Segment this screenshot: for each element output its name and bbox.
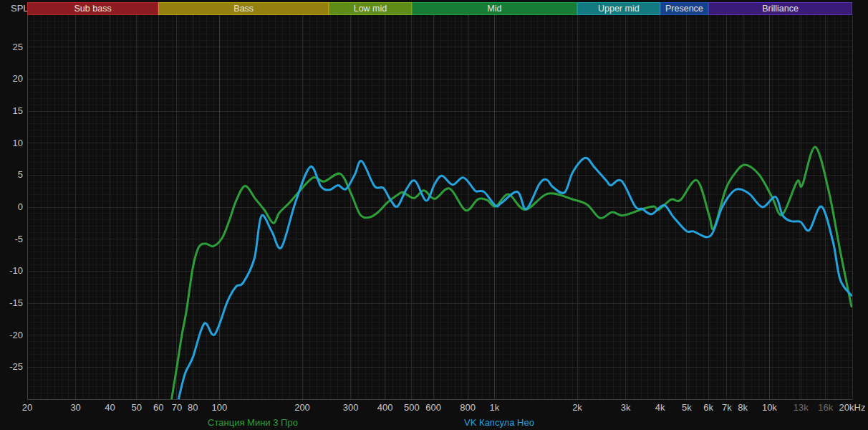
x-tick-label: 7k [722,402,732,413]
y-tick-label: 10 [1,138,23,148]
x-tick-label: 60 [153,402,163,413]
x-tick-label: 10k [762,402,777,413]
y-tick-label: 0 [1,201,23,212]
x-tick-label: 20kHz [839,402,866,413]
x-tick-label: 20 [22,402,32,413]
y-tick-label: -20 [1,330,23,340]
band-mid: Mid [412,2,577,15]
x-tick-label: 200 [294,402,310,413]
x-tick-label: 16k [818,402,833,413]
x-tick-label: 600 [425,402,441,413]
x-tick-label: 8k [738,402,748,413]
x-tick-label: 4k [655,402,665,413]
legend-item-vk-kapsula-neo[interactable]: VK Капсула Нео [464,417,534,428]
band-upper-mid: Upper mid [577,2,660,15]
plot-area[interactable] [0,0,868,430]
band-presence: Presence [660,2,709,15]
legend-item-stantsiya-mini-3-pro[interactable]: Станция Мини 3 Про [208,417,298,428]
band-sub-bass: Sub bass [27,2,158,15]
band-bass: Bass [158,2,329,15]
y-tick-label: 15 [1,105,23,116]
x-tick-label: 2k [572,402,582,413]
x-tick-label: 50 [132,402,142,413]
x-tick-label: 13k [794,402,809,413]
x-tick-label: 1k [490,402,500,413]
y-tick-label: -10 [1,265,23,276]
x-tick-label: 80 [188,402,198,413]
y-tick-label: -5 [1,234,23,244]
x-tick-label: 300 [343,402,359,413]
series-line-stantsiya-mini-3-pro [172,147,852,399]
x-tick-label: 40 [105,402,115,413]
y-tick-label: 20 [1,73,23,84]
x-tick-label: 800 [460,402,476,413]
y-tick-label: 5 [1,169,23,180]
x-tick-label: 70 [172,402,182,413]
x-tick-label: 6k [703,402,713,413]
y-tick-label: -25 [1,361,23,372]
x-tick-label: 5k [682,402,692,413]
frequency-response-chart: SPL Sub bassBassLow midMidUpper midPrese… [0,0,868,430]
x-tick-label: 400 [377,402,393,413]
x-tick-label: 100 [212,402,228,413]
y-tick-label: 25 [1,42,23,52]
y-tick-label: -15 [1,297,23,308]
band-brilliance: Brilliance [708,2,852,15]
x-tick-label: 30 [70,402,80,413]
x-tick-label: 3k [621,402,631,413]
x-tick-label: 500 [404,402,420,413]
band-low-mid: Low mid [329,2,412,15]
